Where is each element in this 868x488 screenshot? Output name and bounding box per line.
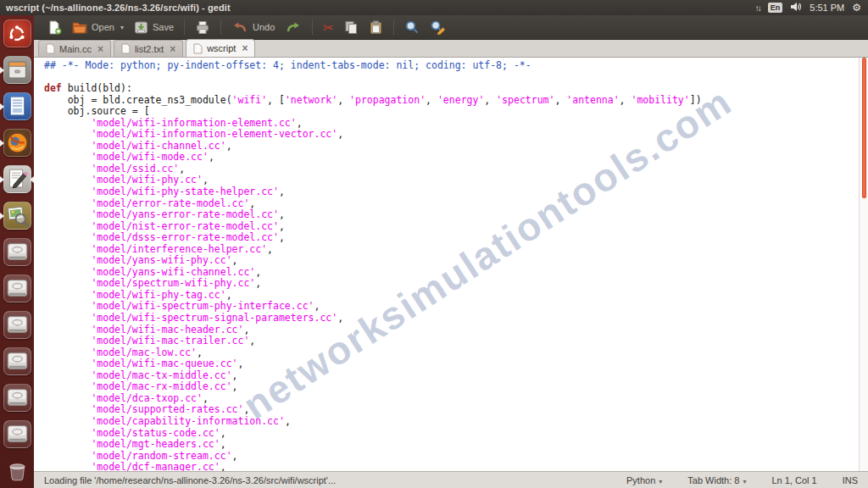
search-button[interactable] (399, 18, 425, 36)
running-indicator-icon (0, 176, 4, 183)
launcher-item-libreoffice-writer[interactable] (0, 88, 34, 125)
disk-icon (3, 420, 31, 448)
open-button-label: Open (92, 22, 114, 32)
cursor-position: Ln 1, Col 1 (771, 475, 816, 485)
gedit-icon (3, 165, 31, 193)
tab-bar: Main.cc × list2.txt × wscript × (34, 40, 868, 58)
session-gear-icon[interactable]: ⚙ (852, 2, 861, 14)
volume-icon[interactable] (790, 2, 802, 14)
launcher-item-disk-3[interactable] (0, 307, 34, 343)
insert-mode-indicator: INS (843, 475, 858, 485)
launcher-item-ubuntu[interactable] (0, 15, 34, 52)
redo-button[interactable] (280, 19, 307, 36)
writer-icon (3, 92, 31, 120)
search-replace-button[interactable] (425, 18, 451, 36)
tab-main-cc[interactable]: Main.cc × (38, 40, 111, 57)
new-document-button[interactable] (42, 19, 67, 36)
launcher-item-disk-6[interactable] (0, 416, 34, 452)
launcher-item-disk-1[interactable] (0, 234, 34, 270)
system-tray: ↑↓ En 5:51 PM ⚙ (755, 2, 868, 14)
toolbar: Open ▾ Save Undo ✂ (34, 15, 868, 40)
network-updown-arrows-icon[interactable]: ↑↓ (755, 3, 760, 13)
cut-button[interactable]: ✂ (318, 19, 339, 36)
tab-wscript[interactable]: wscript × (186, 39, 255, 57)
document-icon (193, 43, 203, 54)
copy-button[interactable] (339, 19, 364, 36)
launcher-item-disk-4[interactable] (0, 343, 34, 380)
keyboard-layout-indicator[interactable]: En (768, 3, 783, 13)
firefox-icon (3, 129, 31, 157)
window-title: wscript (~/ns-allinone-3.26/ns-3.26/src/… (6, 3, 231, 13)
tab-close-icon[interactable]: × (242, 42, 248, 54)
print-button[interactable] (190, 19, 215, 36)
running-indicator-icon (0, 103, 4, 110)
tab-label: list2.txt (135, 44, 164, 54)
language-selector[interactable]: Python▾ (626, 475, 662, 485)
scissors-icon: ✂ (323, 21, 334, 34)
running-indicator-icon (0, 213, 4, 219)
launcher-item-gedit[interactable] (0, 161, 34, 197)
focused-indicator-icon (30, 176, 34, 183)
document-icon (121, 43, 131, 54)
status-right: Python▾ Tab Width: 8▾ Ln 1, Col 1 INS (626, 475, 858, 485)
launcher-item-firefox[interactable] (0, 125, 34, 161)
scrollbar-thumb[interactable] (862, 58, 866, 198)
disk-icon (3, 274, 31, 302)
open-button[interactable]: Open ▾ (67, 19, 129, 36)
clock[interactable]: 5:51 PM (810, 3, 844, 13)
disk-icon (3, 311, 31, 339)
dropdown-caret-icon: ▾ (659, 478, 662, 485)
running-indicator-icon (0, 67, 4, 74)
running-indicator-icon (0, 140, 4, 147)
ubuntu-icon (3, 19, 31, 47)
tab-label: wscript (207, 43, 236, 53)
launcher (0, 15, 34, 488)
scrollbar[interactable] (859, 58, 868, 471)
disk-icon (3, 347, 31, 375)
launcher-item-files[interactable] (0, 52, 34, 88)
undo-button[interactable]: Undo (226, 19, 280, 36)
image-viewer-icon (3, 202, 31, 230)
launcher-item-disk-2[interactable] (0, 270, 34, 307)
tab-list2-txt[interactable]: list2.txt × (114, 40, 183, 57)
screen: wscript (~/ns-allinone-3.26/ns-3.26/src/… (0, 0, 868, 488)
system-top-bar: wscript (~/ns-allinone-3.26/ns-3.26/src/… (0, 0, 868, 15)
toolbar-separator (220, 19, 221, 35)
launcher-item-trash[interactable] (0, 452, 34, 488)
status-bar: Loading file '/home/research/ns-allinone… (34, 471, 868, 488)
tab-label: Main.cc (59, 44, 92, 54)
files-icon (3, 56, 31, 84)
paste-button[interactable] (364, 19, 388, 36)
open-dropdown-caret-icon[interactable]: ▾ (120, 24, 124, 31)
document-icon (46, 43, 55, 54)
launcher-item-disk-5[interactable] (0, 380, 34, 416)
undo-button-label: Undo (253, 22, 275, 32)
disk-icon (3, 384, 31, 412)
save-button-label: Save (153, 22, 174, 32)
toolbar-separator (393, 19, 394, 35)
trash-icon (3, 457, 31, 485)
toolbar-separator (184, 19, 185, 35)
status-message: Loading file '/home/research/ns-allinone… (44, 475, 626, 485)
gedit-window: Open ▾ Save Undo ✂ (34, 15, 868, 488)
tab-width-selector[interactable]: Tab Width: 8▾ (687, 475, 746, 485)
code-area[interactable]: ## -*- Mode: python; py-indent-offset: 4… (34, 58, 868, 471)
toolbar-separator (312, 19, 313, 35)
tab-close-icon[interactable]: × (170, 43, 175, 55)
launcher-item-image-viewer[interactable] (0, 197, 34, 234)
tab-close-icon[interactable]: × (97, 43, 103, 55)
editor-area[interactable]: ## -*- Mode: python; py-indent-offset: 4… (34, 58, 868, 471)
disk-icon (3, 238, 31, 266)
save-button[interactable]: Save (129, 19, 179, 36)
dropdown-caret-icon: ▾ (743, 478, 746, 485)
